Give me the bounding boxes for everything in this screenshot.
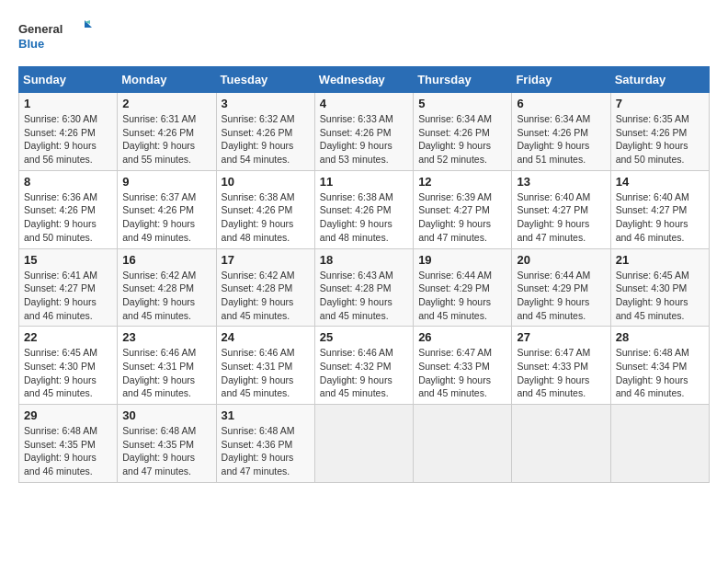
day-info: Sunrise: 6:47 AMSunset: 4:33 PMDaylight:… [517,346,605,400]
week-row-2: 8Sunrise: 6:36 AMSunset: 4:26 PMDaylight… [19,170,710,248]
day-cell: 29Sunrise: 6:48 AMSunset: 4:35 PMDayligh… [19,405,118,483]
day-info: Sunrise: 6:36 AMSunset: 4:26 PMDaylight:… [24,190,112,245]
header-sunday: Sunday [19,67,118,93]
header-thursday: Thursday [414,67,512,93]
day-cell [512,405,610,483]
day-cell: 24Sunrise: 6:46 AMSunset: 4:31 PMDayligh… [216,327,314,405]
day-info: Sunrise: 6:47 AMSunset: 4:33 PMDaylight:… [418,346,506,400]
svg-text:Blue: Blue [18,37,44,51]
day-info: Sunrise: 6:44 AMSunset: 4:29 PMDaylight:… [517,269,605,323]
day-number: 11 [320,175,408,189]
day-number: 17 [222,253,310,267]
day-cell: 30Sunrise: 6:48 AMSunset: 4:35 PMDayligh… [118,405,216,483]
calendar-table: SundayMondayTuesdayWednesdayThursdayFrid… [18,66,710,483]
day-info: Sunrise: 6:43 AMSunset: 4:28 PMDaylight:… [320,269,408,323]
day-number: 26 [418,330,506,344]
day-cell: 31Sunrise: 6:48 AMSunset: 4:36 PMDayligh… [216,405,314,483]
day-number: 20 [517,253,605,267]
day-number: 30 [122,408,210,422]
day-number: 5 [418,97,506,110]
day-cell: 3Sunrise: 6:32 AMSunset: 4:26 PMDaylight… [216,93,314,171]
day-cell: 14Sunrise: 6:40 AMSunset: 4:27 PMDayligh… [610,170,709,248]
week-row-4: 22Sunrise: 6:45 AMSunset: 4:30 PMDayligh… [19,327,710,405]
day-cell [314,405,413,483]
day-info: Sunrise: 6:48 AMSunset: 4:35 PMDaylight:… [24,424,112,478]
day-info: Sunrise: 6:33 AMSunset: 4:26 PMDaylight:… [320,112,408,167]
day-number: 28 [616,330,704,344]
day-number: 21 [616,253,704,267]
header-friday: Friday [512,67,610,93]
day-number: 6 [517,97,605,110]
day-info: Sunrise: 6:48 AMSunset: 4:35 PMDaylight:… [122,424,210,478]
day-number: 13 [517,175,605,189]
week-row-5: 29Sunrise: 6:48 AMSunset: 4:35 PMDayligh… [19,405,710,483]
day-info: Sunrise: 6:46 AMSunset: 4:31 PMDaylight:… [122,346,210,400]
day-cell: 23Sunrise: 6:46 AMSunset: 4:31 PMDayligh… [118,327,216,405]
svg-text:General: General [18,22,63,36]
page-header: General Blue [18,18,710,57]
header-monday: Monday [118,67,216,93]
day-cell: 20Sunrise: 6:44 AMSunset: 4:29 PMDayligh… [512,248,610,327]
day-info: Sunrise: 6:35 AMSunset: 4:26 PMDaylight:… [616,112,704,167]
day-cell: 10Sunrise: 6:38 AMSunset: 4:26 PMDayligh… [216,170,314,248]
day-info: Sunrise: 6:40 AMSunset: 4:27 PMDaylight:… [616,190,704,245]
day-info: Sunrise: 6:34 AMSunset: 4:26 PMDaylight:… [418,112,506,167]
day-number: 8 [24,175,112,189]
day-info: Sunrise: 6:39 AMSunset: 4:27 PMDaylight:… [418,190,506,245]
day-number: 27 [517,330,605,344]
day-info: Sunrise: 6:45 AMSunset: 4:30 PMDaylight:… [616,269,704,323]
day-info: Sunrise: 6:42 AMSunset: 4:28 PMDaylight:… [222,269,310,323]
day-info: Sunrise: 6:34 AMSunset: 4:26 PMDaylight:… [517,112,605,167]
day-info: Sunrise: 6:48 AMSunset: 4:34 PMDaylight:… [616,346,704,400]
day-cell: 4Sunrise: 6:33 AMSunset: 4:26 PMDaylight… [314,93,413,171]
logo: General Blue [18,18,92,57]
day-number: 18 [320,253,408,267]
day-info: Sunrise: 6:44 AMSunset: 4:29 PMDaylight:… [418,269,506,323]
day-info: Sunrise: 6:48 AMSunset: 4:36 PMDaylight:… [222,424,310,478]
day-cell: 2Sunrise: 6:31 AMSunset: 4:26 PMDaylight… [118,93,216,171]
day-info: Sunrise: 6:40 AMSunset: 4:27 PMDaylight:… [517,190,605,245]
day-info: Sunrise: 6:31 AMSunset: 4:26 PMDaylight:… [122,112,210,167]
day-number: 25 [320,330,408,344]
day-number: 10 [222,175,310,189]
day-cell: 11Sunrise: 6:38 AMSunset: 4:26 PMDayligh… [314,170,413,248]
day-number: 7 [616,97,704,110]
day-cell: 28Sunrise: 6:48 AMSunset: 4:34 PMDayligh… [610,327,709,405]
day-number: 23 [122,330,210,344]
day-cell: 27Sunrise: 6:47 AMSunset: 4:33 PMDayligh… [512,327,610,405]
day-cell: 6Sunrise: 6:34 AMSunset: 4:26 PMDaylight… [512,93,610,171]
day-number: 9 [122,175,210,189]
day-info: Sunrise: 6:32 AMSunset: 4:26 PMDaylight:… [222,112,310,167]
day-cell: 7Sunrise: 6:35 AMSunset: 4:26 PMDaylight… [610,93,709,171]
day-number: 24 [222,330,310,344]
day-cell: 17Sunrise: 6:42 AMSunset: 4:28 PMDayligh… [216,248,314,327]
day-cell: 1Sunrise: 6:30 AMSunset: 4:26 PMDaylight… [19,93,118,171]
day-cell: 9Sunrise: 6:37 AMSunset: 4:26 PMDaylight… [118,170,216,248]
day-number: 19 [418,253,506,267]
day-cell: 19Sunrise: 6:44 AMSunset: 4:29 PMDayligh… [414,248,512,327]
day-number: 14 [616,175,704,189]
day-cell [610,405,709,483]
header-saturday: Saturday [610,67,709,93]
day-info: Sunrise: 6:38 AMSunset: 4:26 PMDaylight:… [222,190,310,245]
day-number: 12 [418,175,506,189]
day-number: 1 [24,97,112,110]
day-cell: 25Sunrise: 6:46 AMSunset: 4:32 PMDayligh… [314,327,413,405]
day-number: 2 [122,97,210,110]
day-info: Sunrise: 6:30 AMSunset: 4:26 PMDaylight:… [24,112,112,167]
day-cell: 18Sunrise: 6:43 AMSunset: 4:28 PMDayligh… [314,248,413,327]
header-tuesday: Tuesday [216,67,314,93]
day-cell: 15Sunrise: 6:41 AMSunset: 4:27 PMDayligh… [19,248,118,327]
day-number: 3 [222,97,310,110]
day-cell: 21Sunrise: 6:45 AMSunset: 4:30 PMDayligh… [610,248,709,327]
day-number: 16 [122,253,210,267]
header-wednesday: Wednesday [314,67,413,93]
day-cell [414,405,512,483]
day-cell: 16Sunrise: 6:42 AMSunset: 4:28 PMDayligh… [118,248,216,327]
day-cell: 8Sunrise: 6:36 AMSunset: 4:26 PMDaylight… [19,170,118,248]
day-info: Sunrise: 6:46 AMSunset: 4:32 PMDaylight:… [320,346,408,400]
day-number: 4 [320,97,408,110]
day-cell: 26Sunrise: 6:47 AMSunset: 4:33 PMDayligh… [414,327,512,405]
day-info: Sunrise: 6:46 AMSunset: 4:31 PMDaylight:… [222,346,310,400]
day-number: 22 [24,330,112,344]
